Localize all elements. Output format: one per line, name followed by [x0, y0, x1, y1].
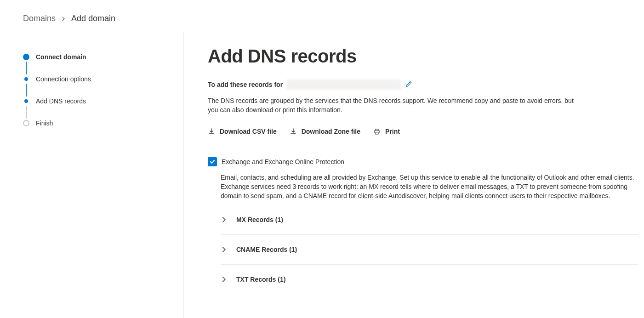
- button-label: Print: [385, 128, 400, 135]
- checkmark-icon: [209, 159, 216, 165]
- page-description: The DNS records are grouped by the servi…: [208, 96, 576, 115]
- breadcrumb-current: Add domain: [71, 14, 115, 23]
- main-content: Add DNS records To add these records for…: [184, 32, 644, 318]
- record-group-cname[interactable]: CNAME Records (1): [221, 235, 638, 265]
- step-connector: [26, 62, 172, 74]
- download-icon: [290, 128, 297, 135]
- record-group-title: CNAME Records (1): [236, 246, 297, 253]
- exchange-service-description: Email, contacts, and scheduling are all …: [221, 173, 638, 201]
- record-group-title: MX Records (1): [236, 216, 283, 223]
- action-bar: Download CSV file Download Zone file Pri…: [208, 128, 638, 135]
- download-csv-button[interactable]: Download CSV file: [208, 128, 277, 135]
- step-label: Add DNS records: [36, 97, 86, 105]
- download-zone-button[interactable]: Download Zone file: [290, 128, 360, 135]
- chevron-right-icon: [221, 216, 227, 223]
- print-icon: [373, 128, 381, 135]
- exchange-service-label: Exchange and Exchange Online Protection: [222, 158, 344, 165]
- chevron-right-icon: [61, 15, 66, 23]
- step-label: Finish: [36, 119, 53, 127]
- dns-records-list: MX Records (1) CNAME Records (1) TXT Rec…: [221, 210, 638, 294]
- record-group-mx[interactable]: MX Records (1): [221, 210, 638, 235]
- domain-name-redacted: [286, 80, 401, 90]
- page-title: Add DNS records: [208, 46, 638, 67]
- breadcrumb: Domains Add domain: [0, 0, 644, 32]
- wizard-steps-sidebar: Connect domain Connection options Add DN…: [0, 32, 184, 318]
- record-group-txt[interactable]: TXT Records (1): [221, 265, 638, 294]
- step-connection-options[interactable]: Connection options: [23, 74, 172, 84]
- step-connect-domain[interactable]: Connect domain: [23, 52, 172, 62]
- button-label: Download CSV file: [220, 128, 277, 135]
- button-label: Download Zone file: [302, 128, 360, 135]
- pencil-icon: [405, 80, 412, 88]
- step-dot-active-icon: [23, 54, 29, 60]
- edit-domain-button[interactable]: [405, 80, 412, 89]
- chevron-right-icon: [221, 246, 227, 253]
- step-add-dns-records[interactable]: Add DNS records: [23, 97, 172, 106]
- download-icon: [208, 128, 215, 135]
- subtitle-lead: To add these records for: [208, 81, 283, 88]
- step-label: Connect domain: [36, 53, 86, 61]
- step-dot-icon: [23, 76, 29, 82]
- print-button[interactable]: Print: [373, 128, 400, 135]
- record-group-title: TXT Records (1): [236, 276, 285, 283]
- breadcrumb-root-link[interactable]: Domains: [23, 14, 56, 23]
- step-dot-icon: [23, 98, 29, 104]
- exchange-service-checkbox[interactable]: [208, 157, 217, 166]
- step-label: Connection options: [36, 75, 91, 83]
- step-dot-future-icon: [23, 120, 29, 126]
- step-connector: [26, 106, 172, 119]
- step-connector: [26, 84, 172, 97]
- step-finish[interactable]: Finish: [23, 119, 172, 128]
- chevron-right-icon: [221, 276, 227, 283]
